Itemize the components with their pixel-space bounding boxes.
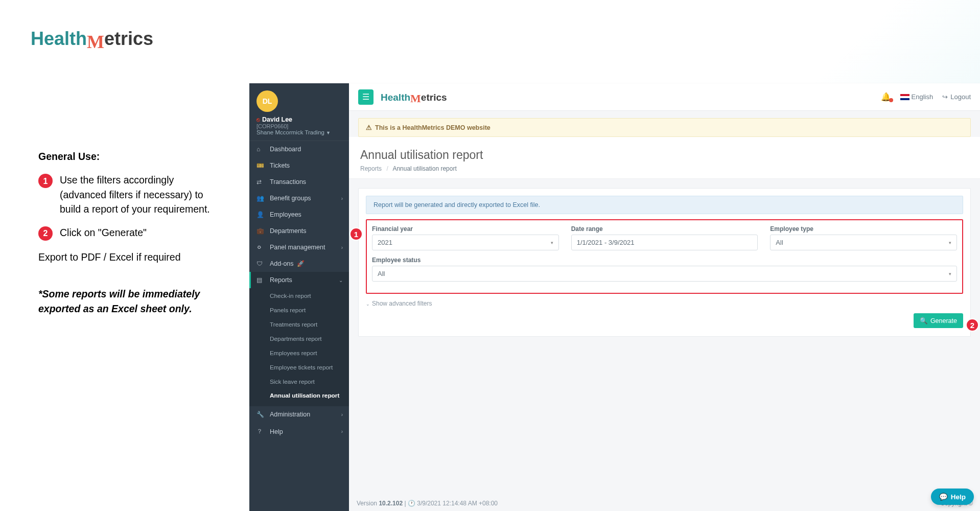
employee-type-select[interactable]: All ▾ — [770, 235, 957, 250]
chevron-right-icon: › — [341, 245, 343, 250]
home-icon: ⌂ — [256, 146, 265, 153]
filter-financial-year: Financial year 2021 ▾ — [372, 225, 559, 250]
caret-down-icon: ▼ — [326, 130, 331, 135]
briefcase-icon: 💼 — [256, 227, 265, 235]
search-icon: 🔍 — [920, 317, 928, 324]
shield-icon: 🛡 — [256, 260, 265, 267]
wrench-icon: 🔧 — [256, 411, 265, 418]
demo-banner: ⚠This is a HealthMetrics DEMO website — [358, 118, 971, 137]
notification-dot-icon — [889, 98, 893, 102]
nav-tickets[interactable]: 🎫Tickets — [249, 157, 349, 174]
subnav-annual-utilisation-report[interactable]: Annual utilisation report — [249, 389, 349, 403]
subnav-checkin-report[interactable]: Check-in report — [249, 289, 349, 304]
company-switcher[interactable]: Shane Mccormick Trading▼ — [256, 129, 342, 135]
profile-org-code: [CORP0660] — [256, 123, 342, 129]
subnav-sick-leave-report[interactable]: Sick leave report — [249, 375, 349, 389]
generate-row: 🔍Generate — [359, 313, 970, 336]
step-badge-2: 2 — [38, 226, 53, 241]
instructions-heading: General Use: — [38, 149, 222, 164]
sidebar-profile: DL ⎋David Lee [CORP0660] Shane Mccormick… — [249, 83, 349, 141]
breadcrumb-current: Annual utilisation report — [392, 165, 456, 172]
nav-transactions[interactable]: ⇄Transactions — [249, 174, 349, 190]
chevron-down-icon: ⌄ — [339, 277, 343, 283]
logout-link[interactable]: ↪Logout — [942, 93, 971, 101]
chevron-right-icon: › — [341, 196, 343, 201]
profile-name: ⎋David Lee — [256, 116, 342, 123]
step-2-text: Click on "Generate" — [60, 225, 147, 241]
warning-icon: ⚠ — [366, 124, 372, 131]
nav-benefit-groups[interactable]: 👥Benefit groups› — [249, 190, 349, 206]
info-message: Report will be generated and directly ex… — [366, 196, 963, 214]
financial-year-select[interactable]: 2021 ▾ — [372, 235, 559, 250]
generate-button[interactable]: 🔍Generate — [914, 313, 963, 328]
sidebar: DL ⎋David Lee [CORP0660] Shane Mccormick… — [249, 83, 349, 511]
report-card: Report will be generated and directly ex… — [358, 188, 971, 337]
filter-employee-type: Employee type All ▾ — [770, 225, 957, 250]
avatar: DL — [256, 90, 278, 112]
transfer-icon: ⇄ — [256, 178, 265, 185]
nav-departments[interactable]: 💼Departments — [249, 223, 349, 239]
breadcrumb-root[interactable]: Reports — [360, 165, 382, 172]
subnav-employee-tickets-report[interactable]: Employee tickets report — [249, 361, 349, 375]
step-1-text: Use the filters accordingly (advanced fi… — [60, 173, 222, 216]
nav-dashboard[interactable]: ⌂Dashboard — [249, 141, 349, 157]
filters-container: Financial year 2021 ▾ Date range 1/1/202… — [366, 219, 963, 294]
nav-employees[interactable]: 👤Employees — [249, 206, 349, 223]
show-advanced-filters-toggle[interactable]: ⌄Show advanced filters — [366, 300, 963, 307]
rocket-icon: 🚀 — [297, 260, 305, 267]
reports-submenu: Check-in report Panels report Treatments… — [249, 288, 349, 406]
callout-marker-2: 2 — [966, 318, 979, 332]
user-icon: 👤 — [256, 211, 265, 218]
flag-icon — [900, 94, 909, 100]
page-title: Annual utilisation report — [360, 148, 969, 162]
version-info: Version 10.2.102 | 🕐 3/9/2021 12:14:48 A… — [357, 500, 498, 507]
instruction-step-1: 1 Use the filters accordingly (advanced … — [38, 173, 222, 216]
chevron-down-icon: ⌄ — [366, 301, 370, 307]
nav-addons[interactable]: 🛡Add-ons🚀 — [249, 256, 349, 272]
employee-status-label: Employee status — [372, 257, 957, 264]
breadcrumb-separator: / — [386, 165, 388, 172]
subnav-panels-report[interactable]: Panels report — [249, 304, 349, 318]
caret-down-icon: ▾ — [551, 240, 553, 245]
instructions-panel: General Use: 1 Use the filters according… — [38, 149, 222, 316]
nav-help[interactable]: ？Help› — [249, 423, 349, 440]
nav-panel-management[interactable]: ⭘Panel management› — [249, 239, 349, 256]
sidebar-nav: ⌂Dashboard 🎫Tickets ⇄Transactions 👥Benef… — [249, 141, 349, 511]
help-chat-button[interactable]: 💬Help — [931, 489, 974, 505]
filter-date-range: Date range 1/1/2021 - 3/9/2021 — [571, 225, 758, 250]
subnav-departments-report[interactable]: Departments report — [249, 332, 349, 346]
nav-administration[interactable]: 🔧Administration› — [249, 406, 349, 423]
financial-year-label: Financial year — [372, 225, 559, 233]
callout-marker-1: 1 — [349, 227, 363, 241]
topbar-logo: HealthMetrics — [381, 90, 447, 104]
logo-part-health: Health — [31, 28, 87, 49]
language-switcher[interactable]: English — [900, 93, 934, 101]
subnav-treatments-report[interactable]: Treatments report — [249, 318, 349, 332]
topbar: ☰ HealthMetrics 🔔 English ↪Logout — [349, 83, 980, 111]
instruction-step-2: 2 Click on "Generate" — [38, 225, 222, 241]
notifications-button[interactable]: 🔔 — [881, 92, 891, 102]
users-icon: 👥 — [256, 195, 265, 202]
date-range-label: Date range — [571, 225, 758, 233]
page-logo: HealthMetrics — [31, 28, 153, 50]
chevron-right-icon: › — [341, 412, 343, 417]
subnav-employees-report[interactable]: Employees report — [249, 346, 349, 361]
instruction-export-line: Export to PDF / Excel if required — [38, 250, 222, 264]
instruction-note: *Some reports will be immediately export… — [38, 287, 222, 316]
breadcrumb: Reports / Annual utilisation report — [360, 165, 969, 172]
topbar-right: 🔔 English ↪Logout — [881, 92, 971, 102]
date-range-input[interactable]: 1/1/2021 - 3/9/2021 — [571, 235, 758, 250]
filter-employee-status: Employee status All ▾ — [372, 257, 957, 282]
globe-icon: ⭘ — [256, 244, 265, 251]
report-icon: ▤ — [256, 276, 265, 284]
caret-down-icon: ▾ — [949, 240, 951, 245]
nav-reports[interactable]: ▤Reports⌄ — [249, 272, 349, 288]
step-badge-1: 1 — [38, 174, 53, 188]
employee-status-select[interactable]: All ▾ — [372, 266, 957, 282]
clock-icon: 🕐 — [408, 500, 415, 507]
chevron-right-icon: › — [341, 429, 343, 434]
sidebar-toggle-button[interactable]: ☰ — [358, 89, 374, 105]
logo-part-etrics: etrics — [104, 28, 153, 49]
main-area: ☰ HealthMetrics 🔔 English ↪Logout ⚠This … — [349, 83, 980, 511]
page-header: Annual utilisation report Reports / Annu… — [349, 137, 980, 179]
